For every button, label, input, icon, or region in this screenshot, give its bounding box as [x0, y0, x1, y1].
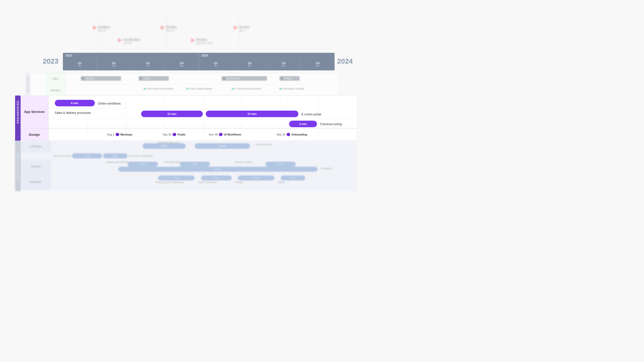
milestone-label-certification: Certification — [123, 38, 141, 41]
milestone-mockups: Aug 1 Mockups — [107, 133, 132, 136]
delivery-label-2: Order Catalog Release — [189, 87, 212, 90]
milestone-finals: Sep 30 Finals — [163, 133, 186, 136]
milestone-onboarding: Mar 24 Onboarding — [277, 133, 307, 136]
q3-2023: Q3 Jul — [131, 58, 165, 70]
bar-8wks[interactable]: 8 wks — [55, 100, 95, 106]
bar-8wks-label: 8 wks — [71, 102, 78, 105]
design-phase-label: Design — [143, 77, 150, 80]
helpdesk-bar-3: 6+ wks — [238, 175, 274, 180]
year-2024-label: 2024 — [199, 53, 335, 58]
bar-15wks-label: 15 wks — [167, 112, 176, 115]
dates-label-col: Dates — [46, 73, 66, 84]
milestone-date-certification: Jan 29 — [123, 41, 141, 44]
lob-label-1: Marketing data pump — [158, 141, 179, 144]
delivery-2: Order Catalog Release — [186, 87, 212, 90]
design-grid-7 — [318, 128, 319, 141]
q3-2023-label: Q3 — [146, 62, 150, 65]
year-label-2023: 2023 — [43, 57, 58, 65]
delivery-4: Onboarding Complete — [279, 87, 304, 90]
development-bar: Development — [222, 76, 267, 81]
design-section: Design Aug 1 Mockups Sep 30 Finals — [15, 128, 357, 141]
development-icon — [223, 77, 225, 79]
milestone-mockups-label: Mockups — [120, 133, 133, 136]
q1-2023: Q1 Apr — [63, 58, 97, 70]
bar-5wks[interactable]: 5 wks — [289, 121, 317, 127]
milestone-onboarding-label: Onboarding — [291, 133, 307, 136]
bar-24wks[interactable]: 24 wks — [206, 111, 298, 117]
milestone-date-review-1: Apr 22 — [166, 29, 177, 32]
milestone-arrow-review-1 — [161, 26, 165, 30]
engineering-label-bar: ENGINEERING — [15, 96, 21, 128]
q2-2024-label: Q2 — [248, 62, 252, 65]
devops-bar-1: 8 wks — [128, 162, 158, 167]
bar-15wks[interactable]: 15 wks — [141, 111, 203, 117]
q4-2024-label: Q4 — [316, 62, 320, 65]
infrastructure-content: LoB Apps 8 wks 12 wks Marketing data pum… — [21, 141, 357, 191]
devops-bar-3: 6 wks — [265, 162, 296, 167]
q1-2024-month: Jan — [214, 65, 218, 67]
q1-2023-label: Q1 — [78, 62, 82, 65]
milestone-review-1: Review Apr 22 — [161, 25, 177, 32]
q2-2023: Q2 May — [97, 58, 131, 70]
service-tier-bar-2: 6 wks — [103, 153, 127, 158]
training-label: Training — [235, 181, 243, 184]
online-workflows-label: Online workflows — [98, 102, 121, 105]
q3-2023-month: Jul — [146, 65, 149, 67]
design-label-col: Design — [21, 128, 48, 141]
support-processes-label: Support processes — [198, 181, 217, 184]
planning-label: Planning — [85, 77, 94, 80]
lob-apps-gantt: 8 wks 12 wks Marketing data pump Marketi… — [51, 141, 357, 152]
development-label: Development — [226, 77, 239, 80]
design-gantt: Aug 1 Mockups Sep 30 Finals Nov 30 UI Wo… — [48, 128, 357, 141]
gantt-wrapper: 2023 2024 Initiation Apr 22 Certificatio… — [0, 0, 644, 362]
delivery-label-4: Onboarding Complete — [282, 87, 304, 90]
year-2023-label: 2023 — [63, 53, 199, 58]
release-label: Release — [284, 77, 292, 80]
devops-row: DevOps Infrastructure Statistics 8 wks G… — [21, 160, 357, 173]
infra-statistics-label: Infrastructure Statistics — [106, 161, 129, 163]
key-dates-content: Dates Planning Design Development — [30, 73, 340, 96]
milestone-label-initiation: Initiation — [98, 25, 110, 29]
compliance-label: Compliance — [320, 167, 333, 170]
release-icon — [281, 77, 283, 79]
milestone-finals-date: Sep 30 — [163, 133, 172, 136]
q1-2023-month: Apr — [78, 65, 82, 67]
app-services-gantt: 8 wks Online workflows Sales & delivery … — [48, 96, 357, 128]
key-dates-deliveries-row: Deliveries Online Entry Form Release Ord… — [30, 84, 339, 96]
q4-2024: Q4 Nov — [301, 58, 335, 70]
compliance-bar: 40 wks — [118, 167, 317, 172]
timeline-year-2024: 2024 Q1 Jan Q2 Mar Q3 May Q4 Nov — [199, 53, 335, 70]
milestone-mockups-date: Aug 1 — [107, 133, 114, 136]
milestone-onboarding-date: Mar 24 — [277, 133, 285, 136]
design-phase-icon — [140, 77, 142, 79]
helpdesk-gantt: 6 wks 6 wks 6+ wks 6 wks Ticketing syste… — [51, 173, 357, 190]
q1-2024-label: Q1 — [214, 62, 218, 65]
delivery-dot-1 — [144, 88, 146, 90]
ticketing-deployment-label: Ticketing system deployment — [155, 181, 184, 184]
rollout-label: Rollout — [277, 181, 285, 184]
milestone-finals-label: Finals — [177, 133, 185, 136]
q2-2023-label: Q2 — [112, 62, 116, 65]
app-services-row-1: 8 wks Online workflows — [49, 98, 357, 109]
milestone-arrow-review-2 — [191, 38, 195, 42]
q2-2023-month: May — [112, 65, 116, 67]
design-grid-5 — [241, 128, 242, 141]
release-bar: Release — [279, 76, 300, 81]
ecomm-portal-label: E-comm portal — [301, 113, 321, 116]
milestone-ui-date: Nov 30 — [209, 133, 218, 136]
infrastructure-label-bar: INFRASTRUCTURE — [15, 141, 21, 191]
milestone-date-initiation: Apr 22 — [98, 29, 110, 32]
milestone-label-review-2: Review — [196, 38, 213, 41]
disaster-recovery-label: Disaster recovery — [235, 161, 252, 163]
delivery-1: Online Entry Form Release — [144, 87, 174, 90]
milestone-review-2: Review Sep 30, 2023 — [191, 38, 213, 44]
q2-2024: Q2 Mar — [233, 58, 267, 70]
milestone-ui-workflows: Nov 30 UI Workflows — [209, 133, 241, 136]
milestone-arrow-review-3 — [234, 26, 237, 30]
devops-bar-2: 6 wks — [180, 162, 210, 167]
q4-2023: Q4 Sep — [165, 58, 198, 70]
finals-hexagon — [173, 133, 176, 136]
delivery-dot-2 — [186, 88, 188, 90]
app-services-label: App Services — [24, 110, 45, 114]
service-tier-row: Service tier portal 3 wks 6 wks Performa… — [51, 152, 357, 160]
